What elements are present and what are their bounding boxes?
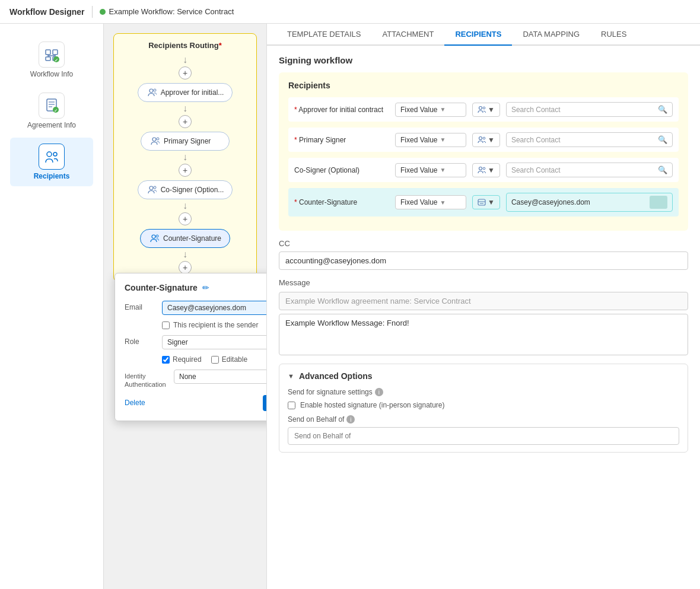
popup-sender-checkbox-label: This recipient is the sender [173,321,258,329]
svg-point-17 [149,89,153,93]
primary-signer-search-field[interactable]: Search Contact 🔍 [506,132,673,147]
advanced-chevron-icon: ▼ [288,372,294,380]
popup-editable-label: Editable [211,355,247,364]
cosigner-dropdown[interactable]: Fixed Value ▼ [395,163,466,177]
flow-node-primary-signer[interactable]: Primary Signer [141,132,230,151]
flow-node-approver[interactable]: Approver for initial... [138,83,233,102]
counter-signature-icon-btn-arrow: ▼ [488,198,495,206]
svg-point-24 [156,235,158,237]
send-behalf-input[interactable] [288,427,679,445]
sidebar-item-workflow-info[interactable]: ✓ Workflow Info [10,36,93,84]
cc-section: CC accounting@caseyjones.dom [279,239,688,270]
sidebar: ✓ Workflow Info ✓ Agreement Info [0,24,104,589]
signing-workflow-title: Signing workflow [279,55,688,65]
recipients-icon-container [39,144,65,170]
svg-point-22 [154,186,156,189]
primary-signer-node-icon [149,136,160,147]
cosigner-icon-btn[interactable]: ▼ [472,163,500,177]
recipients-label: Recipients [288,81,679,90]
approver-dropdown-arrow: ▼ [440,106,446,113]
popup-required-checkbox[interactable] [162,356,170,364]
flow-add-btn-2[interactable]: + [179,164,192,177]
primary-signer-dropdown[interactable]: Fixed Value ▼ [395,133,466,147]
svg-point-29 [479,167,482,170]
popup-ok-button[interactable]: OK [263,395,268,411]
approver-icon-btn-arrow: ▼ [488,106,495,114]
primary-signer-icon-btn[interactable]: ▼ [472,133,500,147]
approver-recipient-name: * Approver for initial contract [294,106,389,114]
popup-identity-label: Identity Authentication [125,370,169,389]
workflow-status: Example Workflow: Service Contract [100,7,234,16]
svg-point-30 [483,167,485,170]
tab-template-details[interactable]: TEMPLATE DETAILS [276,24,372,46]
svg-point-28 [483,137,485,139]
counter-signature-dropdown-arrow: ▼ [440,199,446,206]
counter-signature-dropdown[interactable]: Fixed Value ▼ [395,195,466,209]
tab-recipients[interactable]: RECIPIENTS [444,24,512,46]
flow-add-btn-4[interactable]: + [179,261,192,274]
top-bar: Workflow Designer Example Workflow: Serv… [0,0,700,24]
svg-rect-0 [46,50,50,55]
flow-add-btn-0[interactable]: + [179,66,192,79]
send-settings-info-icon: i [375,388,383,396]
tab-attachment[interactable]: ATTACHMENT [372,24,445,46]
sidebar-recipients-label: Recipients [34,172,70,180]
popup-email-input[interactable] [162,301,267,315]
cc-value[interactable]: accounting@caseyjones.dom [279,251,688,270]
divider [92,6,93,18]
recipient-row-approver: * Approver for initial contract Fixed Va… [288,97,679,122]
status-dot [100,9,106,15]
flow-arrow-2: ↓ [183,152,187,163]
counter-signature-search-field[interactable]: Casey@caseyjones.dom [506,193,673,212]
primary-signer-dropdown-value: Fixed Value [400,136,437,144]
hosted-sig-checkbox[interactable] [288,402,295,409]
counter-signature-recipient-name: * Counter-Signature [294,198,389,206]
hosted-sig-label: Enable hosted signature (in-person signa… [300,401,444,409]
flow-node-counter-signature[interactable]: Counter-Signature [140,229,230,248]
send-settings-text: Send for signature settings [288,388,373,396]
popup-flags-row: Required Editable [162,355,267,364]
svg-rect-31 [478,199,485,205]
counter-signature-icon-btn[interactable]: ▼ [472,195,500,209]
approver-icon-btn[interactable]: ▼ [472,103,500,117]
approver-search-field[interactable]: Search Contact 🔍 [506,102,673,117]
sidebar-item-agreement-info[interactable]: ✓ Agreement Info [10,87,93,135]
advanced-options-label: Advanced Options [299,371,373,381]
tab-rules[interactable]: RULES [590,24,637,46]
svg-text:✓: ✓ [54,109,58,113]
tab-data-mapping[interactable]: DATA MAPPING [512,24,590,46]
svg-point-21 [149,186,153,190]
agreement-info-icon-container: ✓ [39,93,65,119]
flow-node-cosigner[interactable]: Co-Signer (Option... [138,180,233,199]
popup-delete-button[interactable]: Delete [125,399,145,407]
popup-role-input[interactable] [162,335,267,349]
approver-dropdown[interactable]: Fixed Value ▼ [395,103,466,117]
advanced-options-header[interactable]: ▼ Advanced Options [288,371,679,381]
cosigner-search-field[interactable]: Search Contact 🔍 [506,163,673,177]
flow-node-cosigner-wrapper: Co-Signer (Option... [138,180,233,199]
popup-identity-row: Identity Authentication [125,370,267,389]
counter-signature-popup: Counter-Signature ✏ Email This recipient… [114,273,267,421]
svg-point-26 [483,107,485,109]
counter-signature-node-icon [149,233,160,244]
popup-edit-icon[interactable]: ✏ [202,283,209,292]
flow-add-btn-1[interactable]: + [179,115,192,128]
primary-signer-recipient-name: * Primary Signer [294,136,389,144]
popup-sender-checkbox[interactable] [162,321,170,329]
popup-footer: Delete OK [125,395,267,411]
flow-arrow-4: ↓ [183,249,187,260]
cosigner-node-label: Co-Signer (Option... [161,186,224,194]
flow-add-btn-3[interactable]: + [179,212,192,225]
popup-sender-checkbox-row: This recipient is the sender [162,321,267,329]
cosigner-dropdown-value: Fixed Value [400,166,437,174]
right-panel: TEMPLATE DETAILS ATTACHMENT RECIPIENTS D… [267,24,700,589]
popup-identity-input[interactable] [174,370,267,384]
agreement-info-icon: ✓ [43,97,60,114]
popup-email-label: Email [125,301,157,311]
sidebar-item-recipients[interactable]: Recipients [10,138,93,186]
popup-editable-checkbox[interactable] [211,356,219,364]
flow-node-approver-wrapper: Approver for initial... [138,83,233,102]
sidebar-workflow-info-label: Workflow Info [30,70,73,78]
message-body[interactable]: Example Workflow Message: Fnord! [279,314,688,355]
recipient-row-primary-signer: * Primary Signer Fixed Value ▼ ▼ Search … [288,128,679,152]
